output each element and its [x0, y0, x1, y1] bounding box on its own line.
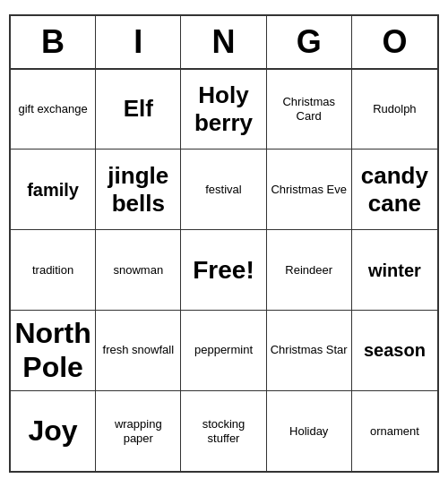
cell-text: North Pole — [14, 316, 91, 385]
bingo-cell: jingle bells — [96, 150, 181, 230]
cell-text: stocking stuffer — [185, 417, 262, 445]
bingo-cell: Rudolph — [352, 70, 437, 150]
bingo-cell: Holiday — [267, 391, 352, 472]
bingo-cell: stocking stuffer — [181, 391, 266, 472]
cell-text: tradition — [32, 263, 73, 278]
cell-text: Holy berry — [185, 81, 262, 137]
cell-text: family — [27, 179, 79, 201]
cell-text: season — [364, 339, 426, 361]
bingo-cell: Christmas Card — [267, 70, 352, 150]
bingo-header: BINGO — [11, 16, 437, 70]
bingo-cell: Holy berry — [181, 70, 266, 150]
bingo-cell: family — [11, 150, 96, 230]
bingo-cell: gift exchange — [11, 70, 96, 150]
cell-text: Elf — [124, 95, 153, 123]
header-letter: B — [11, 16, 96, 68]
bingo-cell: fresh snowfall — [96, 311, 181, 391]
bingo-card: BINGO gift exchangeElfHoly berryChristma… — [9, 14, 439, 474]
cell-text: Christmas Star — [271, 343, 348, 357]
bingo-cell: Free! — [181, 230, 266, 311]
cell-text: Christmas Eve — [271, 183, 347, 197]
bingo-cell: wrapping paper — [96, 391, 181, 472]
bingo-cell: Christmas Star — [267, 311, 352, 391]
cell-text: wrapping paper — [99, 417, 177, 445]
cell-text: gift exchange — [18, 102, 87, 116]
bingo-cell: peppermint — [181, 311, 266, 391]
cell-text: snowman — [113, 263, 163, 278]
bingo-cell: snowman — [96, 230, 181, 311]
cell-text: fresh snowfall — [103, 343, 174, 357]
bingo-cell: season — [352, 311, 437, 391]
cell-text: Rudolph — [373, 102, 416, 116]
cell-text: ornament — [370, 424, 419, 439]
bingo-cell: Christmas Eve — [267, 150, 352, 230]
bingo-cell: festival — [181, 150, 266, 230]
header-letter: O — [352, 16, 437, 68]
header-letter: I — [96, 16, 181, 68]
cell-text: festival — [205, 183, 241, 197]
bingo-grid: gift exchangeElfHoly berryChristmas Card… — [11, 70, 437, 472]
bingo-cell: candy cane — [352, 150, 437, 230]
cell-text: jingle bells — [99, 162, 177, 218]
bingo-cell: Joy — [11, 391, 96, 472]
bingo-cell: Elf — [96, 70, 181, 150]
bingo-cell: North Pole — [11, 311, 96, 391]
cell-text: peppermint — [194, 343, 253, 357]
cell-text: Reindeer — [285, 263, 332, 278]
cell-text: Holiday — [289, 424, 328, 439]
bingo-cell: Reindeer — [267, 230, 352, 311]
bingo-cell: tradition — [11, 230, 96, 311]
bingo-cell: ornament — [352, 391, 437, 472]
cell-text: candy cane — [356, 162, 434, 218]
header-letter: N — [181, 16, 266, 68]
cell-text: Joy — [29, 414, 78, 448]
header-letter: G — [267, 16, 352, 68]
cell-text: Free! — [193, 255, 254, 286]
bingo-cell: winter — [352, 230, 437, 311]
cell-text: Christmas Card — [271, 95, 348, 123]
cell-text: winter — [368, 260, 421, 281]
